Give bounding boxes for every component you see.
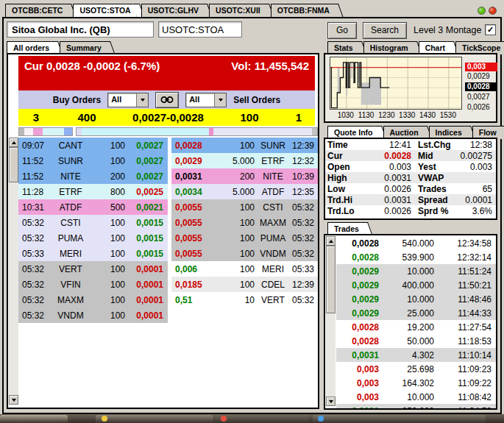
market-maker-id: ETRF <box>50 187 91 197</box>
taskbar-button[interactable] <box>215 415 309 423</box>
market-maker-id: CDEL <box>255 280 291 290</box>
quote-label: VWAP <box>411 173 457 183</box>
buy-order-row[interactable]: 10:31ATDF5000,0021 <box>18 199 168 215</box>
trade-row[interactable]: 0,0029400.00011:50:21 <box>336 278 496 292</box>
sell-order-row[interactable]: 0,0055100CSTI05:32 <box>171 199 318 215</box>
order-time: 05:32 <box>291 202 318 213</box>
sell-filter-select[interactable]: All <box>185 93 227 107</box>
taskbar-button[interactable] <box>0 415 68 423</box>
buy-order-row[interactable]: 05:33MERI1000,0015 <box>18 246 168 261</box>
window-tab-usotc-glhv[interactable]: USOTC:GLHV <box>141 4 204 17</box>
chevron-down-icon[interactable] <box>214 93 226 107</box>
scroll-down-button[interactable] <box>326 397 336 406</box>
buy-order-row[interactable]: 05:32PUMA1000,0015 <box>18 230 168 246</box>
buy-filter-select[interactable]: All <box>107 93 149 107</box>
price-chart-plot <box>330 57 462 110</box>
bid-price: 0,0015 <box>125 249 168 259</box>
sell-orders-label: Sell Orders <box>233 95 280 105</box>
window-tab-otcbb-cetc[interactable]: OTCBB:CETC <box>5 4 68 17</box>
symbol-input[interactable] <box>158 21 242 38</box>
window-tab-usotc-stoa[interactable]: USOTC:STOA <box>73 4 135 17</box>
buy-order-row[interactable]: 05:32MAXM1000,0001 <box>18 292 168 308</box>
bid-price: 0,0001 <box>125 310 168 321</box>
market-maker-id: VFIN <box>50 280 91 290</box>
taskbar-button[interactable] <box>313 415 486 423</box>
bid-price: 0,0015 <box>125 233 168 244</box>
order-size: 100 <box>91 233 125 244</box>
sell-order-row[interactable]: 0,0055100PUMA05:32 <box>171 230 318 246</box>
chart-x-tick: 1030 <box>335 111 357 119</box>
search-button[interactable]: Search <box>363 22 407 39</box>
trade-row[interactable]: 0,002910.00011:51:24 <box>336 264 496 278</box>
order-size: 100 <box>91 310 125 321</box>
orderbook-scrollbar[interactable] <box>9 138 18 405</box>
buy-order-row[interactable]: 05:32CSTI1000,0015 <box>18 215 168 230</box>
chain-link-icon <box>160 96 174 104</box>
order-size: 100 <box>91 218 125 228</box>
trade-row[interactable]: 0,0028539.90012:32:14 <box>336 250 496 264</box>
buy-order-row[interactable]: 11:52SUNR1000,0027 <box>18 153 168 168</box>
sell-order-row[interactable]: 0,0055100VNDM05:32 <box>171 246 318 261</box>
buy-order-row[interactable]: 05:32VFIN1000,0001 <box>18 277 168 292</box>
sell-order-row[interactable]: 0,006100MERI05:33 <box>171 261 318 277</box>
market-maker-id: MERI <box>50 249 91 259</box>
bid-price: 0,0027 <box>125 171 168 182</box>
chevron-down-icon[interactable] <box>136 93 148 107</box>
window-tab-otcbb-fnma[interactable]: OTCBB:FNMA <box>271 4 335 17</box>
tab-label: OTCBB:FNMA <box>277 6 330 15</box>
trade-row[interactable]: 0,00314.30211:10:14 <box>336 348 496 362</box>
scrollbar-thumb[interactable] <box>326 246 336 313</box>
scroll-down-button[interactable] <box>9 395 18 405</box>
buy-filter-value: All <box>108 93 136 107</box>
banner-cur-text: Cur 0,0028 -0,0002 (-6.7%) <box>24 60 160 87</box>
quote-info-row: High0.0031VWAP <box>325 172 496 183</box>
window-tab-usotc-xuii[interactable]: USOTC:XUII <box>209 4 266 17</box>
tab-label: USOTC:GLHV <box>148 6 199 15</box>
os-taskbar[interactable] <box>0 414 504 423</box>
sell-order-row[interactable]: 0,5110VERT05:32 <box>171 292 318 308</box>
sell-order-row[interactable]: 0,0028100SUNR12:39 <box>171 138 318 153</box>
order-time: 05:32 <box>18 233 50 244</box>
scroll-up-button[interactable] <box>9 138 18 147</box>
sell-order-row[interactable]: 0,0055100MAXM05:32 <box>171 215 318 230</box>
sell-order-row[interactable]: 0,00295.000ETRF12:32 <box>171 153 318 168</box>
scrollbar-thumb[interactable] <box>9 147 18 182</box>
chart-y-label: 0,0026 <box>465 103 497 112</box>
scroll-up-button[interactable] <box>326 236 336 246</box>
buy-order-row[interactable]: 11:28ETRF8000,0025 <box>18 184 168 199</box>
link-buy-sell-button[interactable] <box>155 92 179 108</box>
trade-row[interactable]: 0,002925.00011:44:33 <box>336 306 496 320</box>
market-maker-id: VERT <box>50 264 91 274</box>
quote-label: Yest <box>411 162 457 172</box>
market-maker-id: NITE <box>50 171 91 182</box>
tab-label: Histogram <box>370 43 408 52</box>
tab-label: Trades <box>334 224 359 233</box>
level3-montage-checkbox[interactable]: ✓ <box>485 24 496 35</box>
trades-scrollbar[interactable] <box>326 236 336 406</box>
buy-order-row[interactable]: 05:32VNDM1000,0001 <box>18 308 168 323</box>
order-size: 10 <box>216 295 255 305</box>
ask-price: 0,0055 <box>171 218 216 228</box>
buy-order-row[interactable]: 05:32VERT1000,0001 <box>18 261 168 277</box>
buy-order-row[interactable]: 11:52NITE2000,0027 <box>18 168 168 184</box>
trade-row[interactable]: 0,0031250.00011:04:52 <box>336 404 496 410</box>
trade-row[interactable]: 0,002819.20011:27:54 <box>336 320 496 334</box>
trade-row[interactable]: 0,002850.00011:18:53 <box>336 334 496 348</box>
company-name-field: Sitoa Global Inc. (QB) <box>7 21 154 38</box>
trade-row[interactable]: 0,00325.69811:09:23 <box>336 362 496 376</box>
bid-price: 0,0001 <box>125 280 168 290</box>
sell-order-row[interactable]: 0,00345.000ATDF12:35 <box>171 184 318 199</box>
trade-row[interactable]: 0,00310.00011:08:42 <box>336 390 496 404</box>
buy-order-row[interactable]: 09:07CANT1000,0027 <box>18 138 168 153</box>
order-time: 05:32 <box>18 218 50 228</box>
quote-value: 0.00275 <box>457 151 496 161</box>
order-time: 05:32 <box>18 295 50 305</box>
sell-order-row[interactable]: 0,0031200NITE10:39 <box>171 168 318 184</box>
trade-row[interactable]: 0,0028540.00012:34:58 <box>336 236 496 250</box>
go-button[interactable]: Go <box>327 22 357 39</box>
trade-row[interactable]: 0,003164.30211:09:22 <box>336 376 496 390</box>
trade-row[interactable]: 0,002910.00011:48:46 <box>336 292 496 306</box>
ask-price: 0,0055 <box>171 233 216 244</box>
sell-order-row[interactable]: 0,0185100CDEL12:39 <box>171 277 318 292</box>
taskbar-button[interactable] <box>96 415 213 423</box>
